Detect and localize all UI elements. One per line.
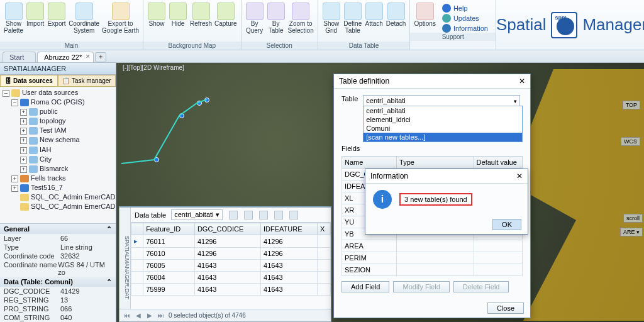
data-table-footer: ⏮ ◀ ▶ ⏭ 0 selected object(s) of 4746 [119, 309, 331, 321]
table-row: 760104129641296 [131, 248, 331, 260]
information-link[interactable]: Information [442, 24, 488, 33]
import-button[interactable]: Import [25, 1, 46, 42]
last-icon[interactable]: ⏭ [157, 312, 165, 319]
define-table-button[interactable]: Define Table [342, 1, 364, 42]
section-data[interactable]: Data (Table: Comuni)⌃ [0, 277, 116, 287]
tab-data-sources[interactable]: 🗄 Data sources [0, 75, 58, 87]
tab-task-manager[interactable]: 📋 Task manager [58, 75, 116, 87]
ok-button[interactable]: OK [492, 219, 521, 230]
info-message: 3 new table(s) found [399, 193, 472, 206]
brand-logo-icon [551, 12, 577, 38]
help-link[interactable]: Help [442, 4, 488, 13]
ribbon-group-support: Options Help Updates Information Support [410, 0, 496, 50]
data-table-select[interactable]: centri_abitati ▾ [171, 209, 222, 220]
dialog-title: Table definition [339, 77, 389, 86]
table-row: 759994164341643 [131, 284, 331, 296]
new-tab-button[interactable]: + [95, 52, 106, 62]
bg-capture-button[interactable]: Capture [213, 1, 238, 42]
table-row: 760054164341643 [131, 260, 331, 272]
brand: Spatial Manager [496, 0, 644, 50]
close-button[interactable]: Close [487, 303, 524, 314]
data-table-panel: SPATIALMANAGER.DAT Data table centri_abi… [119, 206, 331, 322]
section-general[interactable]: General⌃ [0, 224, 116, 234]
table-combo[interactable]: centri_abitati▾ [363, 95, 520, 106]
columns-icon[interactable] [289, 211, 298, 219]
data-table-side-label: SPATIALMANAGER.DAT [119, 208, 131, 309]
refresh-icon[interactable] [229, 211, 238, 219]
attach-button[interactable]: Attach [364, 1, 385, 42]
ribbon-group-datatable: Show Grid Define Table Attach Detach Dat… [318, 0, 411, 50]
close-icon[interactable]: ✕ [86, 53, 91, 60]
table-row: 760044164341643 [131, 272, 331, 284]
bg-show-button[interactable]: Show [146, 1, 167, 42]
ribbon: Show Palette Import Export Coordinate Sy… [0, 0, 644, 50]
table-row: ▸760114129641296 [131, 235, 331, 248]
modify-field-button[interactable]: Modify Field [393, 281, 449, 292]
document-tabs: Start Abruzzo 22*✕ + [0, 50, 644, 63]
coord-system-button[interactable]: Coordinate System [67, 1, 101, 42]
ribbon-group-bgmap: Show Hide Refresh Capture Background Map [143, 0, 242, 50]
options-button[interactable]: Options [413, 1, 436, 33]
show-palette-button[interactable]: Show Palette [3, 1, 25, 42]
bg-refresh-button[interactable]: Refresh [189, 1, 213, 42]
next-icon[interactable]: ▶ [146, 312, 153, 319]
zoom-selection-button[interactable]: Zoom to Selection [287, 1, 315, 42]
side-panel: SPATIALMANAGER 🗄 Data sources 📋 Task man… [0, 63, 116, 322]
export-google-earth-button[interactable]: Export to Google Earth [101, 1, 140, 42]
dialog-title: Information [370, 172, 408, 180]
ribbon-group-main: Show Palette Import Export Coordinate Sy… [0, 0, 143, 50]
tab-start[interactable]: Start [3, 52, 36, 62]
info-icon: i [373, 190, 392, 209]
show-grid-button[interactable]: Show Grid [321, 1, 342, 42]
updates-icon [442, 14, 451, 23]
table-combo-dropdown[interactable]: centri_abitati elementi_idrici Comuni [s… [363, 106, 523, 142]
data-table[interactable]: Feature_IDDGC_CODICEIDFEATUREX ▸76011412… [131, 223, 331, 296]
pencil-icon[interactable] [259, 211, 268, 219]
data-table-title: Data table [135, 211, 166, 219]
info-icon [442, 24, 451, 33]
bg-hide-button[interactable]: Hide [167, 1, 189, 42]
by-query-button[interactable]: By Query [244, 1, 265, 42]
ribbon-group-label: Main [0, 42, 143, 50]
export-icon[interactable] [244, 211, 253, 219]
viewcube-wcs[interactable]: WCS [621, 137, 640, 146]
panel-title: SPATIALMANAGER [0, 63, 116, 75]
add-field-button[interactable]: Add Field [341, 281, 389, 292]
tab-abruzzo[interactable]: Abruzzo 22*✕ [37, 52, 94, 62]
information-dialog: Information✕ i 3 new table(s) found OK [365, 169, 528, 235]
viewcube-top[interactable]: TOP [623, 101, 640, 109]
help-icon [442, 4, 451, 13]
close-icon[interactable]: ✕ [516, 172, 523, 180]
close-icon[interactable]: ✕ [519, 77, 525, 86]
export-button[interactable]: Export [46, 1, 67, 42]
detach-button[interactable]: Detach [385, 1, 408, 42]
delete-field-button[interactable]: Delete Field [453, 281, 509, 292]
are-dropdown[interactable]: ARE ▾ [620, 228, 643, 236]
by-table-button[interactable]: By Table [265, 1, 287, 42]
updates-link[interactable]: Updates [442, 14, 488, 23]
prev-icon[interactable]: ◀ [135, 312, 142, 319]
first-icon[interactable]: ⏮ [123, 312, 131, 319]
ribbon-group-selection: By Query By Table Zoom to Selection Sele… [242, 0, 318, 50]
data-source-tree[interactable]: –User data sources –Roma OC (PGIS) +publ… [0, 87, 116, 223]
grid-icon[interactable] [274, 211, 283, 219]
scroll-label: scroll [623, 214, 643, 223]
